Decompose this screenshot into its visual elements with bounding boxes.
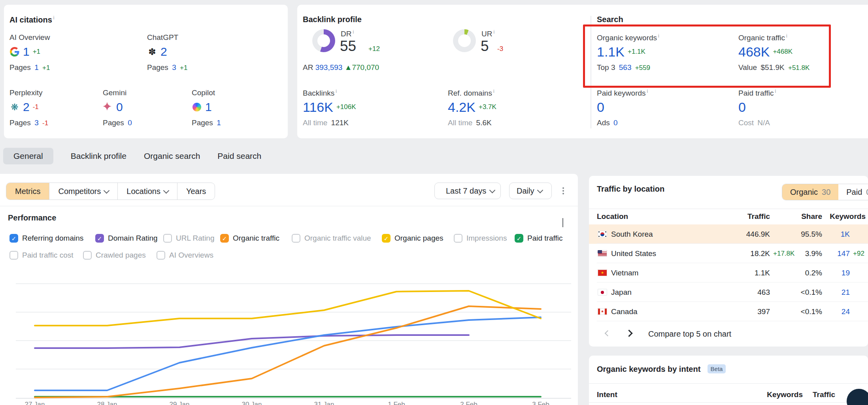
location-row-united-states[interactable]: United States 18.2K +17.8K 3.9% 147 +92: [589, 244, 868, 263]
col-intent[interactable]: Intent: [597, 387, 617, 402]
col-traffic[interactable]: Traffic: [747, 209, 770, 224]
openai-logo-icon: ✽: [147, 47, 157, 57]
prev-page-button[interactable]: [602, 328, 613, 340]
chevron-down-icon: [489, 187, 496, 193]
years-segment[interactable]: Years: [177, 183, 215, 200]
collapse-section-button[interactable]: [562, 218, 563, 227]
gemini-logo-icon: [103, 102, 113, 112]
location-row-vietnam[interactable]: Vietnam 1.1K 0.2% 19: [589, 263, 868, 283]
google-logo-icon: [9, 47, 20, 57]
info-icon[interactable]: i: [493, 29, 494, 35]
next-page-button[interactable]: [623, 328, 635, 340]
ai-overview-count[interactable]: 1: [23, 45, 30, 58]
ads-value[interactable]: 0: [613, 119, 618, 127]
metric-checkbox-crawled-pages[interactable]: Crawled pages: [83, 250, 146, 260]
stat-ai-overview: AI Overview 1 +1 Pages 1 +1: [9, 33, 128, 77]
metric-checkbox-impressions[interactable]: Impressions: [454, 233, 507, 243]
col-share[interactable]: Share: [801, 209, 822, 224]
metric-checkbox-organic-pages[interactable]: ✓Organic pages: [382, 233, 443, 243]
ahrefs-overview-dashboard: { "misc": { "info_glyph": "i", "pages_la…: [0, 0, 868, 405]
chevron-up-icon: [562, 218, 563, 227]
chevron-left-icon: [604, 330, 611, 336]
beta-badge: Beta: [708, 364, 726, 373]
info-icon[interactable]: i: [647, 89, 648, 94]
date-range-button[interactable]: Last 7 days: [434, 183, 501, 199]
stat-paid-keywords: Paid keywordsi 0 Ads 0: [597, 89, 715, 132]
keywords-link[interactable]: 1K: [841, 224, 850, 244]
toggle-organic[interactable]: Organic30: [782, 184, 838, 200]
red-annotation-box: [583, 24, 831, 88]
locations-segment[interactable]: Locations: [118, 183, 177, 200]
x-tick-label: 27 Jan: [25, 401, 45, 405]
copilot-pages[interactable]: 1: [217, 119, 221, 127]
stat-copilot: Copilot 1 Pages 1: [192, 89, 310, 132]
traffic-by-location-card: Traffic by location Organic30 Paid0 Loca…: [589, 176, 868, 347]
metric-checkbox-paid-traffic[interactable]: ✓Paid traffic: [515, 233, 562, 243]
overview-tab-bar: General Backlink profile Organic search …: [0, 138, 868, 174]
col-intent-keywords[interactable]: Keywords: [767, 387, 803, 402]
chatgpt-count[interactable]: 2: [160, 45, 167, 58]
chevron-down-icon: [537, 187, 543, 193]
col-keywords[interactable]: Keywords: [830, 209, 866, 224]
gemini-pages[interactable]: 0: [128, 119, 132, 127]
info-icon[interactable]: i: [53, 15, 55, 21]
metric-checkbox-url-rating[interactable]: URL Rating: [163, 233, 215, 243]
info-icon[interactable]: i: [336, 89, 337, 94]
tab-organic-search[interactable]: Organic search: [144, 151, 200, 161]
backlinks-value[interactable]: 116K: [303, 100, 333, 115]
granularity-button[interactable]: Daily: [509, 183, 552, 199]
keywords-link[interactable]: 19: [842, 263, 850, 283]
ar-value[interactable]: 393,593: [315, 63, 343, 72]
copilot-count[interactable]: 1: [205, 100, 212, 114]
x-tick-label: 28 Jan: [97, 401, 117, 405]
metric-checkbox-referring-domains[interactable]: ✓Referring domains: [9, 233, 83, 243]
dr-donut-gauge: [312, 29, 335, 52]
tab-paid-search[interactable]: Paid search: [217, 151, 261, 161]
perplexity-pages[interactable]: 3: [34, 119, 39, 127]
paid-traffic-value[interactable]: 0: [738, 100, 746, 115]
flag-vietnam-icon: [598, 269, 607, 276]
tab-backlink-profile[interactable]: Backlink profile: [71, 151, 126, 161]
info-icon[interactable]: i: [493, 89, 494, 94]
ar-line: AR 393,593 ▲770,070: [303, 63, 379, 72]
metrics-segment[interactable]: Metrics: [6, 183, 49, 200]
info-icon[interactable]: i: [353, 29, 354, 35]
performance-line-chart[interactable]: [0, 273, 578, 405]
perplexity-count[interactable]: 2: [23, 100, 30, 114]
chatgpt-pages[interactable]: 3: [172, 63, 176, 72]
x-tick-label: 31 Jan: [314, 401, 334, 405]
keywords-link[interactable]: 24: [842, 302, 850, 321]
paid-keywords-value[interactable]: 0: [597, 100, 604, 115]
metric-checkbox-domain-rating[interactable]: ✓Domain Rating: [95, 233, 158, 243]
toggle-paid[interactable]: Paid0: [838, 184, 868, 200]
location-row-japan[interactable]: Japan 463 <0.1% 21: [589, 283, 868, 302]
ref-domains-value[interactable]: 4.2K: [448, 100, 476, 115]
gemini-count[interactable]: 0: [116, 100, 123, 114]
tab-general[interactable]: General: [3, 148, 53, 164]
line-series-referring-domains: [35, 317, 541, 390]
chevron-right-icon: [625, 330, 632, 337]
ai-overview-pages[interactable]: 1: [34, 63, 39, 72]
competitors-segment[interactable]: Competitors: [49, 183, 118, 200]
col-intent-traffic[interactable]: Traffic: [813, 387, 835, 402]
metric-checkbox-ai-overviews[interactable]: AI Overviews: [157, 250, 213, 260]
col-location[interactable]: Location: [597, 209, 628, 224]
flag-canada-icon: [598, 308, 607, 315]
info-icon[interactable]: i: [775, 89, 776, 94]
ai-citations-card: AI citationsi AI Overview 1 +1 Pages 1 +…: [4, 5, 288, 138]
stat-ref-domains: Ref. domainsi 4.2K +3.7K All time 5.6K: [448, 89, 566, 132]
copilot-logo-icon: [192, 102, 202, 112]
location-row-south-korea[interactable]: South Korea 446.9K 95.5% 1K: [589, 224, 868, 244]
compare-top5-link[interactable]: Compare top 5 on chart: [648, 328, 731, 340]
keywords-link[interactable]: 147: [837, 244, 850, 263]
metric-checkbox-paid-traffic-cost[interactable]: Paid traffic cost: [9, 250, 74, 260]
x-tick-label: 30 Jan: [242, 401, 262, 405]
backlink-search-card: Backlink profile DRi 55 +12 AR 393,593 ▲…: [297, 5, 868, 138]
more-options-button[interactable]: [558, 186, 568, 196]
metric-checkbox-organic-traffic-value[interactable]: Organic traffic value: [292, 233, 371, 243]
metric-checkbox-organic-traffic[interactable]: ✓Organic traffic: [220, 233, 279, 243]
keywords-by-intent-card: Organic keywords by intent Beta Intent K…: [589, 356, 868, 405]
location-row-canada[interactable]: Canada 397 <0.1% 24: [589, 302, 868, 321]
x-tick-label: 1 Feb: [388, 401, 405, 405]
keywords-link[interactable]: 21: [842, 283, 850, 302]
